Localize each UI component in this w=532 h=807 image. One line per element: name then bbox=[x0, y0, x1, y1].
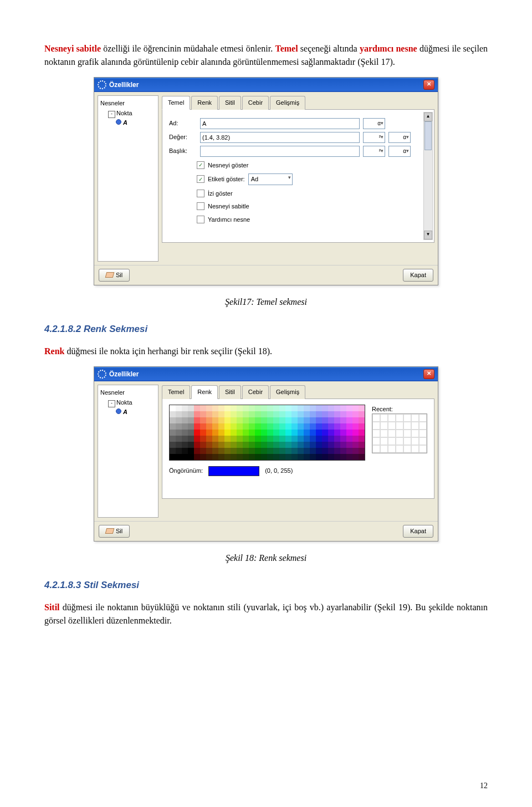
tab-renk[interactable]: Renk bbox=[191, 385, 218, 399]
color-swatch[interactable] bbox=[206, 430, 212, 436]
color-swatch[interactable] bbox=[231, 411, 237, 417]
color-swatch[interactable] bbox=[291, 430, 298, 436]
color-swatch[interactable] bbox=[291, 442, 298, 448]
color-swatch[interactable] bbox=[346, 436, 352, 442]
color-swatch[interactable] bbox=[243, 448, 249, 454]
color-swatch[interactable] bbox=[255, 442, 261, 448]
recent-swatch[interactable] bbox=[380, 422, 388, 430]
color-swatch[interactable] bbox=[304, 411, 310, 417]
color-swatch[interactable] bbox=[261, 442, 267, 448]
color-swatch[interactable] bbox=[231, 442, 237, 448]
color-swatch[interactable] bbox=[243, 454, 249, 460]
recent-swatch[interactable] bbox=[419, 414, 427, 422]
color-swatch[interactable] bbox=[279, 405, 285, 411]
color-swatch[interactable] bbox=[200, 405, 206, 411]
color-swatch[interactable] bbox=[352, 405, 359, 411]
recent-swatch[interactable] bbox=[411, 414, 419, 422]
color-swatch[interactable] bbox=[359, 423, 365, 430]
color-swatch[interactable] bbox=[255, 405, 261, 411]
color-swatch[interactable] bbox=[224, 411, 231, 417]
color-swatch[interactable] bbox=[212, 436, 218, 442]
color-swatch[interactable] bbox=[279, 448, 285, 454]
color-swatch[interactable] bbox=[273, 442, 279, 448]
color-swatch[interactable] bbox=[206, 417, 212, 423]
recent-swatch[interactable] bbox=[403, 437, 411, 445]
color-swatch[interactable] bbox=[170, 417, 176, 423]
color-swatch-grid[interactable] bbox=[169, 405, 365, 461]
recent-swatch[interactable] bbox=[419, 445, 427, 453]
color-swatch[interactable] bbox=[291, 417, 298, 423]
color-swatch[interactable] bbox=[182, 417, 188, 423]
close-icon[interactable]: ✕ bbox=[423, 369, 434, 379]
color-swatch[interactable] bbox=[237, 411, 243, 417]
color-swatch[interactable] bbox=[261, 454, 267, 460]
color-swatch[interactable] bbox=[316, 405, 322, 411]
color-swatch[interactable] bbox=[231, 423, 237, 430]
color-swatch[interactable] bbox=[170, 448, 176, 454]
color-swatch[interactable] bbox=[322, 417, 328, 423]
color-swatch[interactable] bbox=[359, 436, 365, 442]
color-swatch[interactable] bbox=[261, 436, 267, 442]
color-swatch[interactable] bbox=[298, 411, 304, 417]
color-swatch[interactable] bbox=[218, 436, 224, 442]
color-swatch[interactable] bbox=[298, 436, 304, 442]
color-swatch[interactable] bbox=[279, 411, 285, 417]
color-swatch[interactable] bbox=[200, 436, 206, 442]
color-swatch[interactable] bbox=[291, 448, 298, 454]
color-swatch[interactable] bbox=[352, 448, 359, 454]
checkbox-nesneyi-goster[interactable]: ✓ bbox=[197, 161, 204, 169]
color-swatch[interactable] bbox=[255, 423, 261, 430]
color-swatch[interactable] bbox=[182, 448, 188, 454]
color-swatch[interactable] bbox=[188, 454, 194, 460]
color-swatch[interactable] bbox=[298, 423, 304, 430]
color-swatch[interactable] bbox=[279, 454, 285, 460]
color-swatch[interactable] bbox=[212, 454, 218, 460]
color-swatch[interactable] bbox=[243, 405, 249, 411]
color-swatch[interactable] bbox=[249, 430, 255, 436]
color-swatch[interactable] bbox=[285, 448, 291, 454]
color-swatch[interactable] bbox=[182, 436, 188, 442]
color-swatch[interactable] bbox=[285, 417, 291, 423]
tree-leaf-A[interactable]: A bbox=[100, 407, 156, 417]
color-swatch[interactable] bbox=[310, 442, 316, 448]
color-swatch[interactable] bbox=[310, 405, 316, 411]
color-swatch[interactable] bbox=[328, 411, 334, 417]
color-swatch[interactable] bbox=[291, 411, 298, 417]
color-swatch[interactable] bbox=[334, 454, 340, 460]
color-swatch[interactable] bbox=[304, 405, 310, 411]
color-swatch[interactable] bbox=[334, 442, 340, 448]
color-swatch[interactable] bbox=[176, 442, 182, 448]
color-swatch[interactable] bbox=[273, 411, 279, 417]
color-swatch[interactable] bbox=[322, 411, 328, 417]
input-baslik[interactable] bbox=[200, 146, 360, 157]
color-swatch[interactable] bbox=[261, 448, 267, 454]
color-swatch[interactable] bbox=[328, 417, 334, 423]
color-swatch[interactable] bbox=[304, 442, 310, 448]
color-swatch[interactable] bbox=[255, 454, 261, 460]
color-swatch[interactable] bbox=[170, 436, 176, 442]
recent-swatch[interactable] bbox=[396, 445, 403, 453]
color-swatch[interactable] bbox=[328, 423, 334, 430]
color-swatch[interactable] bbox=[359, 448, 365, 454]
recent-colors-grid[interactable] bbox=[372, 413, 427, 453]
color-swatch[interactable] bbox=[352, 442, 359, 448]
color-swatch[interactable] bbox=[334, 448, 340, 454]
color-swatch[interactable] bbox=[334, 423, 340, 430]
recent-swatch[interactable] bbox=[396, 414, 403, 422]
recent-swatch[interactable] bbox=[372, 430, 380, 437]
color-swatch[interactable] bbox=[206, 448, 212, 454]
color-swatch[interactable] bbox=[267, 436, 273, 442]
color-swatch[interactable] bbox=[218, 454, 224, 460]
color-swatch[interactable] bbox=[322, 448, 328, 454]
color-swatch[interactable] bbox=[182, 411, 188, 417]
scroll-down-icon[interactable]: ▼ bbox=[424, 231, 432, 239]
recent-swatch[interactable] bbox=[403, 445, 411, 453]
object-tree[interactable]: Nesneler -Nokta A bbox=[98, 95, 158, 262]
recent-swatch[interactable] bbox=[388, 445, 396, 453]
color-swatch[interactable] bbox=[291, 423, 298, 430]
color-swatch[interactable] bbox=[267, 454, 273, 460]
alpha-picker-3[interactable]: α ▾ bbox=[388, 146, 411, 157]
color-swatch[interactable] bbox=[322, 423, 328, 430]
color-swatch[interactable] bbox=[310, 454, 316, 460]
color-swatch[interactable] bbox=[298, 405, 304, 411]
